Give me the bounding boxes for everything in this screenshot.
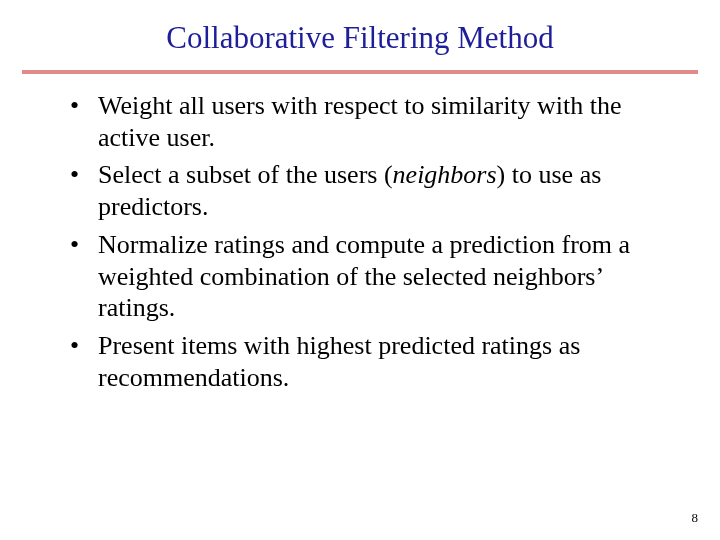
list-item: Select a subset of the users (neighbors)… [70, 159, 660, 222]
bullet-text-pre: Select a subset of the users ( [98, 160, 393, 189]
list-item: Present items with highest predicted rat… [70, 330, 660, 393]
bullet-text-pre: Weight all users with respect to similar… [98, 91, 622, 152]
list-item: Weight all users with respect to similar… [70, 90, 660, 153]
slide: { "title": "Collaborative Filtering Meth… [0, 0, 720, 540]
list-item: Normalize ratings and compute a predicti… [70, 229, 660, 324]
page-number: 8 [692, 510, 699, 526]
bullet-list: Weight all users with respect to similar… [70, 90, 660, 393]
slide-content: Weight all users with respect to similar… [0, 90, 720, 393]
bullet-text-ital: neighbors [393, 160, 497, 189]
slide-title: Collaborative Filtering Method [0, 0, 720, 70]
bullet-text-pre: Normalize ratings and compute a predicti… [98, 230, 630, 322]
bullet-text-pre: Present items with highest predicted rat… [98, 331, 580, 392]
title-divider [22, 70, 698, 74]
